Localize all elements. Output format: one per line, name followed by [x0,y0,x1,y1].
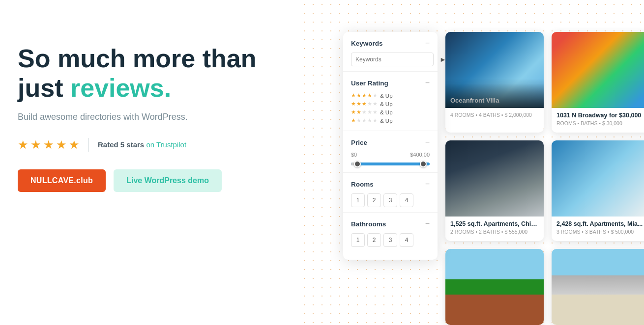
card-title-4: 2,428 sq.ft. Apartments, Mia... [556,220,644,227]
rooms-btn-1[interactable]: 1 [351,193,365,207]
mini-star: ★ [356,109,361,115]
filter-panel: Keywords − ► User Rating − ★ ★ ★ ★ ★ & U… [343,32,438,260]
star-rating: ★ ★ ★ ★ ★ [18,138,80,152]
cards-grid: Oceanfront Villa 4 ROOMS • 4 BATHS • $ 2… [445,32,644,325]
rooms-buttons: 1 2 3 4 [351,193,430,207]
property-card-1[interactable]: Oceanfront Villa 4 ROOMS • 4 BATHS • $ 2… [445,32,544,133]
user-rating-label: User Rating [351,80,388,87]
rating-up-label: & Up [380,93,393,99]
divider [88,138,89,152]
mini-star-empty: ★ [362,109,367,115]
mini-star: ★ [356,92,361,99]
price-header: Price − [351,138,430,147]
card-image-3 [445,140,544,217]
bathrooms-toggle[interactable]: − [425,219,430,228]
button-row: NULLCAVE.club Live WordPress demo [18,169,273,192]
mini-star-empty: ★ [367,109,372,115]
price-slider-thumb-right[interactable] [420,161,427,167]
property-card-3[interactable]: 1,525 sq.ft. Apartments, Chic... 2 ROOMS… [445,140,544,241]
rating-up-label: & Up [380,101,393,107]
bathrooms-header: Bathrooms − [351,219,430,228]
card-title-3: 1,525 sq.ft. Apartments, Chic... [450,220,539,227]
mini-star: ★ [362,101,367,107]
keywords-section: Keywords − ► [343,32,438,72]
star-4: ★ [56,138,67,152]
mini-stars-3: ★ ★ ★ ★ ★ [351,101,378,107]
hero-heading-highlight: reviews. [70,74,171,102]
rooms-btn-3[interactable]: 3 [383,193,397,207]
mini-star-empty: ★ [356,117,361,124]
bathrooms-btn-3[interactable]: 3 [383,233,397,247]
mini-star: ★ [351,109,356,115]
bathrooms-buttons: 1 2 3 4 [351,233,430,247]
star-1: ★ [18,138,29,152]
demo-button[interactable]: Live WordPress demo [114,169,222,192]
price-toggle[interactable]: − [425,138,430,147]
price-slider-track[interactable] [351,162,430,165]
bathrooms-btn-1[interactable]: 1 [351,233,365,247]
rating-row-2[interactable]: ★ ★ ★ ★ ★ & Up [351,109,430,115]
rating-row-4[interactable]: ★ ★ ★ ★ ★ & Up [351,92,430,99]
mini-star-empty: ★ [367,101,372,107]
property-card-4[interactable]: 2,428 sq.ft. Apartments, Mia... 3 ROOMS … [552,140,644,241]
keywords-header: Keywords − [351,39,430,48]
hero-heading: So much more than just reviews. [18,44,273,103]
price-min: $0 [351,152,357,158]
mini-star-empty: ★ [373,117,378,124]
user-rating-toggle[interactable]: − [425,79,430,87]
hero-section: So much more than just reviews. Build aw… [18,44,273,192]
bathrooms-btn-2[interactable]: 2 [367,233,381,247]
property-card-5[interactable] [445,249,544,325]
card-image-1: Oceanfront Villa [445,32,544,108]
mini-stars-4: ★ ★ ★ ★ ★ [351,92,378,99]
price-labels: $0 $400,00 [351,152,430,158]
mini-star: ★ [351,92,356,99]
star-2: ★ [30,138,41,152]
hero-subtext: Build awesome directories with WordPress… [18,112,273,122]
rooms-btn-4[interactable]: 4 [400,193,413,207]
mini-star-empty: ★ [362,117,367,124]
rooms-header: Rooms − [351,180,430,189]
card-meta-2: ROOMS • BATHS • $ 30,000 [556,120,644,126]
rooms-toggle[interactable]: − [425,180,430,189]
mini-star-empty: ★ [367,117,372,124]
nullcave-button[interactable]: NULLCAVE.club [18,169,106,192]
rating-row-1[interactable]: ★ ★ ★ ★ ★ & Up [351,117,430,124]
card-meta-1: 4 ROOMS • 4 BATHS • $ 2,000,000 [450,112,539,118]
rating-label: Rated 5 stars [98,140,144,149]
property-card-6[interactable] [552,249,644,325]
mini-stars-2: ★ ★ ★ ★ ★ [351,109,378,115]
hero-heading-line2: just [18,74,70,102]
card-info-4: 2,428 sq.ft. Apartments, Mia... 3 ROOMS … [552,217,644,239]
mini-star-empty: ★ [373,101,378,107]
trustpilot-link[interactable]: on Trustpilot [146,140,186,149]
rooms-btn-2[interactable]: 2 [367,193,381,207]
property-card-2[interactable]: 1031 N Broadway for $30,000 ROOMS • BATH… [552,32,644,133]
bathrooms-btn-4[interactable]: 4 [400,233,413,247]
bathrooms-section: Bathrooms − 1 2 3 4 [343,213,438,252]
keywords-input[interactable] [351,53,434,66]
mini-star: ★ [351,117,356,124]
price-section: Price − $0 $400,00 [343,131,438,173]
card-info-3: 1,525 sq.ft. Apartments, Chic... 2 ROOMS… [445,217,544,239]
keywords-search-button[interactable]: ► [437,54,449,65]
user-rating-header: User Rating − [351,79,430,87]
star-5: ★ [69,138,80,152]
bathrooms-label: Bathrooms [351,220,386,228]
card-image-2 [552,32,644,108]
rating-up-label: & Up [380,109,393,115]
card-image-5 [445,249,544,325]
rating-text: Rated 5 stars on Trustpilot [98,140,186,149]
card-title-2: 1031 N Broadway for $30,000 [556,112,644,119]
price-slider-thumb-left[interactable] [354,161,361,167]
mini-star: ★ [351,101,356,107]
card-overlay-title-1: Oceanfront Villa [450,97,499,104]
rating-row-3[interactable]: ★ ★ ★ ★ ★ & Up [351,101,430,107]
hero-heading-line1: So much more than [18,44,256,73]
rooms-section: Rooms − 1 2 3 4 [343,173,438,213]
rooms-label: Rooms [351,181,374,188]
rating-up-label: & Up [380,118,393,124]
card-info-2: 1031 N Broadway for $30,000 ROOMS • BATH… [552,108,644,130]
card-image-6 [552,249,644,325]
keywords-toggle[interactable]: − [425,39,430,48]
